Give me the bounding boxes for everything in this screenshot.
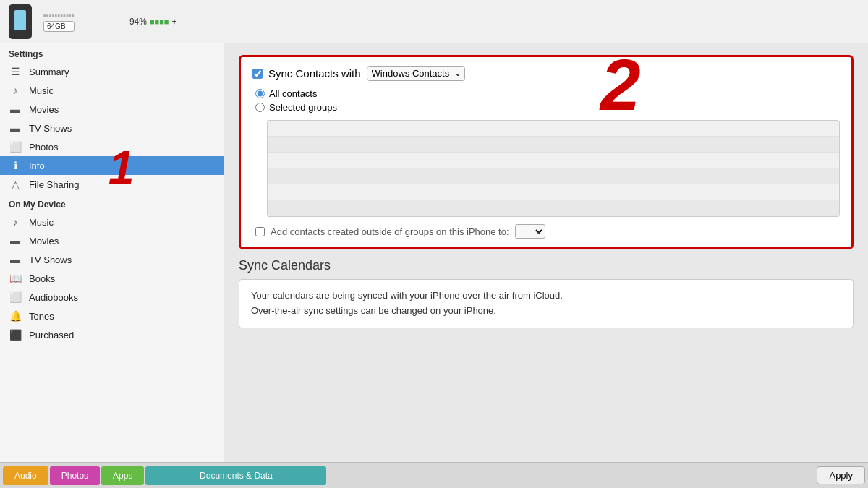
top-bar: ▪▪▪▪▪▪▪▪▪▪▪ 64GB 94% ■■■■ + bbox=[0, 0, 868, 43]
battery-icon: ■■■■ bbox=[150, 17, 169, 26]
add-contacts-dropdown-wrapper[interactable] bbox=[515, 224, 545, 239]
tv-icon: ▬ bbox=[9, 122, 22, 134]
sync-contacts-checkbox[interactable] bbox=[252, 69, 263, 79]
sidebar-item-books[interactable]: 📖 Books bbox=[0, 269, 224, 288]
sidebar: Settings ☰ Summary ♪ Music ▬ Movies ▬ TV… bbox=[0, 43, 224, 462]
tones-icon: 🔔 bbox=[9, 310, 22, 322]
battery-percentage: 94% bbox=[129, 17, 147, 27]
contacts-source-dropdown-wrapper[interactable]: Windows Contacts iCloud Google bbox=[367, 66, 465, 81]
device-name: ▪▪▪▪▪▪▪▪▪▪▪ bbox=[43, 11, 75, 20]
sidebar-item-photos[interactable]: ⬜ Photos bbox=[0, 137, 224, 156]
tab-apps-label: Apps bbox=[113, 471, 132, 481]
sidebar-label-music-device: Music bbox=[29, 217, 54, 228]
tab-apps[interactable]: Apps bbox=[101, 466, 144, 485]
sidebar-item-purchased[interactable]: ⬛ Purchased bbox=[0, 325, 224, 344]
tab-audio[interactable]: Audio bbox=[3, 466, 48, 485]
add-contacts-checkbox[interactable] bbox=[255, 227, 265, 236]
settings-section-label: Settings bbox=[0, 43, 224, 62]
sync-contacts-box: Sync Contacts with Windows Contacts iClo… bbox=[239, 55, 854, 249]
sidebar-label-tv: TV Shows bbox=[29, 123, 72, 134]
books-icon: 📖 bbox=[9, 273, 22, 284]
calendars-info-line2: Over-the-air sync settings can be change… bbox=[251, 304, 841, 319]
sidebar-item-info[interactable]: ℹ Info bbox=[0, 156, 224, 175]
calendars-info-box: Your calendars are being synced with you… bbox=[239, 279, 854, 328]
content-area: Sync Contacts with Windows Contacts iClo… bbox=[224, 43, 868, 462]
selected-groups-radio-label[interactable]: Selected groups bbox=[255, 102, 840, 113]
sidebar-label-tones: Tones bbox=[29, 311, 54, 322]
sync-contacts-header: Sync Contacts with Windows Contacts iClo… bbox=[252, 66, 840, 81]
sidebar-label-movies-device: Movies bbox=[29, 236, 59, 247]
sidebar-item-tones[interactable]: 🔔 Tones bbox=[0, 307, 224, 325]
file-sharing-icon: △ bbox=[9, 179, 22, 190]
sidebar-item-music[interactable]: ♪ Music bbox=[0, 81, 224, 100]
selected-groups-radio[interactable] bbox=[255, 103, 265, 112]
group-row-3 bbox=[268, 153, 839, 168]
sync-contacts-label: Sync Contacts with bbox=[268, 67, 361, 80]
bottom-bar: Audio Photos Apps Documents & Data Apply bbox=[0, 462, 868, 488]
sidebar-label-books: Books bbox=[29, 273, 55, 284]
device-icon bbox=[9, 4, 32, 39]
add-contacts-dropdown[interactable] bbox=[515, 224, 545, 239]
music-device-icon: ♪ bbox=[9, 216, 22, 228]
tab-audio-label: Audio bbox=[14, 471, 37, 481]
sync-calendars-section: Sync Calendars Your calendars are being … bbox=[239, 258, 854, 328]
sidebar-label-audiobooks: Audiobooks bbox=[29, 292, 78, 303]
tab-documents[interactable]: Documents & Data bbox=[145, 466, 326, 485]
add-contacts-row: Add contacts created outside of groups o… bbox=[252, 224, 840, 239]
audiobooks-icon: ⬜ bbox=[9, 291, 22, 303]
battery-plus: + bbox=[172, 17, 177, 27]
sidebar-item-summary[interactable]: ☰ Summary bbox=[0, 62, 224, 81]
all-contacts-label: All contacts bbox=[269, 88, 317, 99]
sidebar-label-tv-device: TV Shows bbox=[29, 254, 72, 265]
tab-photos[interactable]: Photos bbox=[50, 466, 100, 485]
all-contacts-radio-label[interactable]: All contacts bbox=[255, 88, 840, 99]
sync-calendars-title: Sync Calendars bbox=[239, 258, 854, 273]
storage-badge: 64GB bbox=[43, 21, 75, 32]
sidebar-label-movies: Movies bbox=[29, 104, 59, 115]
sidebar-label-photos: Photos bbox=[29, 142, 58, 153]
group-row-2 bbox=[268, 137, 839, 153]
summary-icon: ☰ bbox=[9, 66, 22, 77]
device-info: ▪▪▪▪▪▪▪▪▪▪▪ 64GB bbox=[43, 11, 75, 32]
music-icon: ♪ bbox=[9, 85, 22, 96]
sidebar-item-music-device[interactable]: ♪ Music bbox=[0, 213, 224, 231]
purchased-icon: ⬛ bbox=[9, 329, 22, 341]
movies-device-icon: ▬ bbox=[9, 235, 22, 247]
groups-list bbox=[267, 120, 840, 217]
sidebar-item-movies-device[interactable]: ▬ Movies bbox=[0, 231, 224, 250]
group-row-4 bbox=[268, 168, 839, 184]
sidebar-label-file-sharing: File Sharing bbox=[29, 179, 79, 190]
sidebar-item-tv-shows[interactable]: ▬ TV Shows bbox=[0, 119, 224, 137]
contacts-source-dropdown[interactable]: Windows Contacts iCloud Google bbox=[367, 66, 465, 81]
selected-groups-label: Selected groups bbox=[269, 102, 337, 113]
all-contacts-radio[interactable] bbox=[255, 89, 265, 98]
photos-icon: ⬜ bbox=[9, 141, 22, 153]
tv-device-icon: ▬ bbox=[9, 254, 22, 265]
tab-photos-label: Photos bbox=[61, 471, 88, 481]
group-row-6 bbox=[268, 200, 839, 216]
group-row-1 bbox=[268, 121, 839, 137]
sidebar-item-movies[interactable]: ▬ Movies bbox=[0, 100, 224, 119]
sidebar-label-summary: Summary bbox=[29, 67, 69, 77]
sidebar-item-tv-device[interactable]: ▬ TV Shows bbox=[0, 250, 224, 269]
sidebar-item-audiobooks[interactable]: ⬜ Audiobooks bbox=[0, 288, 224, 307]
contacts-radio-group: All contacts Selected groups bbox=[255, 88, 840, 113]
main-layout: Settings ☰ Summary ♪ Music ▬ Movies ▬ TV… bbox=[0, 43, 868, 462]
sidebar-label-info: Info bbox=[29, 160, 45, 171]
info-icon: ℹ bbox=[9, 160, 22, 171]
add-contacts-label: Add contacts created outside of groups o… bbox=[271, 226, 509, 237]
calendars-info-line1: Your calendars are being synced with you… bbox=[251, 288, 841, 304]
group-row-5 bbox=[268, 184, 839, 200]
on-my-device-label: On My Device bbox=[0, 194, 224, 213]
movies-icon: ▬ bbox=[9, 103, 22, 115]
sidebar-item-file-sharing[interactable]: △ File Sharing bbox=[0, 175, 224, 194]
battery-info: 94% ■■■■ + bbox=[129, 17, 177, 27]
sidebar-label-purchased: Purchased bbox=[29, 330, 74, 341]
sidebar-label-music: Music bbox=[29, 85, 54, 96]
apply-button[interactable]: Apply bbox=[817, 466, 865, 484]
tab-documents-label: Documents & Data bbox=[200, 471, 273, 481]
